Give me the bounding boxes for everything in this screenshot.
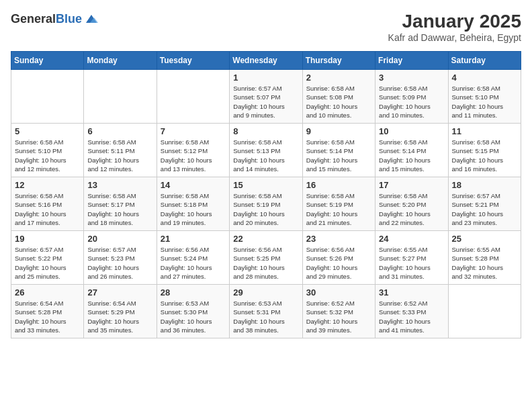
logo-blue: Blue bbox=[56, 12, 82, 26]
calendar-cell: 12Sunrise: 6:58 AM Sunset: 5:16 PM Dayli… bbox=[11, 177, 84, 231]
day-info: Sunrise: 6:58 AM Sunset: 5:16 PM Dayligh… bbox=[15, 191, 80, 227]
calendar-cell: 10Sunrise: 6:58 AM Sunset: 5:14 PM Dayli… bbox=[375, 124, 448, 177]
day-info: Sunrise: 6:52 AM Sunset: 5:32 PM Dayligh… bbox=[306, 299, 371, 334]
day-number: 28 bbox=[161, 287, 226, 298]
calendar-cell: 27Sunrise: 6:54 AM Sunset: 5:29 PM Dayli… bbox=[84, 285, 157, 338]
calendar-table: SundayMondayTuesdayWednesdayThursdayFrid… bbox=[11, 51, 521, 338]
day-number: 26 bbox=[15, 287, 80, 298]
day-number: 2 bbox=[306, 73, 371, 83]
calendar-cell: 15Sunrise: 6:58 AM Sunset: 5:19 PM Dayli… bbox=[230, 177, 302, 231]
day-info: Sunrise: 6:56 AM Sunset: 5:24 PM Dayligh… bbox=[161, 245, 226, 281]
day-number: 30 bbox=[306, 287, 371, 298]
logo: GeneralBlue bbox=[11, 11, 99, 27]
calendar-cell: 14Sunrise: 6:58 AM Sunset: 5:18 PM Dayli… bbox=[157, 177, 229, 231]
day-info: Sunrise: 6:57 AM Sunset: 5:22 PM Dayligh… bbox=[15, 245, 80, 281]
day-number: 5 bbox=[15, 126, 80, 136]
calendar-cell: 20Sunrise: 6:57 AM Sunset: 5:23 PM Dayli… bbox=[84, 231, 157, 285]
day-number: 8 bbox=[233, 126, 298, 136]
calendar-cell: 17Sunrise: 6:58 AM Sunset: 5:20 PM Dayli… bbox=[375, 177, 448, 231]
calendar-cell: 18Sunrise: 6:57 AM Sunset: 5:21 PM Dayli… bbox=[448, 177, 521, 231]
day-info: Sunrise: 6:58 AM Sunset: 5:10 PM Dayligh… bbox=[452, 84, 517, 120]
calendar-cell: 4Sunrise: 6:58 AM Sunset: 5:10 PM Daylig… bbox=[448, 70, 521, 124]
day-number: 29 bbox=[233, 287, 298, 298]
day-info: Sunrise: 6:58 AM Sunset: 5:19 PM Dayligh… bbox=[306, 191, 371, 227]
day-number: 19 bbox=[15, 234, 80, 244]
calendar-cell bbox=[84, 70, 157, 124]
calendar-cell bbox=[157, 70, 229, 124]
day-number: 11 bbox=[452, 126, 517, 136]
day-info: Sunrise: 6:58 AM Sunset: 5:20 PM Dayligh… bbox=[379, 191, 444, 227]
calendar-cell: 24Sunrise: 6:55 AM Sunset: 5:27 PM Dayli… bbox=[375, 231, 448, 285]
calendar-cell: 30Sunrise: 6:52 AM Sunset: 5:32 PM Dayli… bbox=[302, 285, 375, 338]
day-info: Sunrise: 6:58 AM Sunset: 5:17 PM Dayligh… bbox=[87, 191, 152, 227]
day-info: Sunrise: 6:58 AM Sunset: 5:14 PM Dayligh… bbox=[306, 138, 371, 173]
calendar-cell: 22Sunrise: 6:56 AM Sunset: 5:25 PM Dayli… bbox=[230, 231, 302, 285]
day-info: Sunrise: 6:56 AM Sunset: 5:25 PM Dayligh… bbox=[233, 245, 298, 281]
calendar-week-3: 12Sunrise: 6:58 AM Sunset: 5:16 PM Dayli… bbox=[11, 177, 521, 231]
day-info: Sunrise: 6:55 AM Sunset: 5:27 PM Dayligh… bbox=[379, 245, 444, 281]
calendar-cell: 31Sunrise: 6:52 AM Sunset: 5:33 PM Dayli… bbox=[375, 285, 448, 338]
day-info: Sunrise: 6:58 AM Sunset: 5:13 PM Dayligh… bbox=[233, 138, 298, 173]
day-info: Sunrise: 6:58 AM Sunset: 5:09 PM Dayligh… bbox=[379, 84, 444, 120]
day-number: 16 bbox=[306, 180, 371, 190]
day-number: 27 bbox=[87, 287, 152, 298]
calendar-cell: 2Sunrise: 6:58 AM Sunset: 5:08 PM Daylig… bbox=[302, 70, 375, 124]
day-info: Sunrise: 6:54 AM Sunset: 5:29 PM Dayligh… bbox=[87, 299, 152, 334]
day-info: Sunrise: 6:54 AM Sunset: 5:28 PM Dayligh… bbox=[15, 299, 80, 334]
day-number: 7 bbox=[161, 126, 226, 136]
calendar-week-2: 5Sunrise: 6:58 AM Sunset: 5:10 PM Daylig… bbox=[11, 124, 521, 177]
day-info: Sunrise: 6:58 AM Sunset: 5:11 PM Dayligh… bbox=[87, 138, 152, 173]
calendar-cell: 19Sunrise: 6:57 AM Sunset: 5:22 PM Dayli… bbox=[11, 231, 84, 285]
day-number: 10 bbox=[379, 126, 444, 136]
day-number: 20 bbox=[87, 234, 152, 244]
day-number: 31 bbox=[379, 287, 444, 298]
day-header-saturday: Saturday bbox=[448, 52, 521, 70]
logo-general: General bbox=[11, 12, 56, 26]
calendar-cell: 13Sunrise: 6:58 AM Sunset: 5:17 PM Dayli… bbox=[84, 177, 157, 231]
day-number: 22 bbox=[233, 234, 298, 244]
day-header-friday: Friday bbox=[375, 52, 448, 70]
calendar-cell bbox=[448, 285, 521, 338]
calendar-cell: 5Sunrise: 6:58 AM Sunset: 5:10 PM Daylig… bbox=[11, 124, 84, 177]
calendar-cell: 23Sunrise: 6:56 AM Sunset: 5:26 PM Dayli… bbox=[302, 231, 375, 285]
calendar-cell: 3Sunrise: 6:58 AM Sunset: 5:09 PM Daylig… bbox=[375, 70, 448, 124]
day-info: Sunrise: 6:52 AM Sunset: 5:33 PM Dayligh… bbox=[379, 299, 444, 334]
calendar-cell: 28Sunrise: 6:53 AM Sunset: 5:30 PM Dayli… bbox=[157, 285, 229, 338]
day-header-sunday: Sunday bbox=[11, 52, 84, 70]
day-number: 24 bbox=[379, 234, 444, 244]
day-info: Sunrise: 6:58 AM Sunset: 5:19 PM Dayligh… bbox=[233, 191, 298, 227]
calendar-cell: 26Sunrise: 6:54 AM Sunset: 5:28 PM Dayli… bbox=[11, 285, 84, 338]
day-number: 9 bbox=[306, 126, 371, 136]
calendar-header-row: SundayMondayTuesdayWednesdayThursdayFrid… bbox=[11, 52, 521, 70]
day-info: Sunrise: 6:56 AM Sunset: 5:26 PM Dayligh… bbox=[306, 245, 371, 281]
day-number: 23 bbox=[306, 234, 371, 244]
day-info: Sunrise: 6:58 AM Sunset: 5:08 PM Dayligh… bbox=[306, 84, 371, 120]
day-number: 4 bbox=[452, 73, 517, 83]
calendar-cell: 7Sunrise: 6:58 AM Sunset: 5:12 PM Daylig… bbox=[157, 124, 229, 177]
day-info: Sunrise: 6:58 AM Sunset: 5:18 PM Dayligh… bbox=[161, 191, 226, 227]
calendar-cell: 6Sunrise: 6:58 AM Sunset: 5:11 PM Daylig… bbox=[84, 124, 157, 177]
calendar-week-1: 1Sunrise: 6:57 AM Sunset: 5:07 PM Daylig… bbox=[11, 70, 521, 124]
day-number: 12 bbox=[15, 180, 80, 190]
calendar-cell: 8Sunrise: 6:58 AM Sunset: 5:13 PM Daylig… bbox=[230, 124, 302, 177]
title-block: January 2025 Kafr ad Dawwar, Beheira, Eg… bbox=[388, 11, 521, 43]
day-info: Sunrise: 6:57 AM Sunset: 5:07 PM Dayligh… bbox=[233, 84, 298, 120]
day-info: Sunrise: 6:53 AM Sunset: 5:30 PM Dayligh… bbox=[161, 299, 226, 334]
day-info: Sunrise: 6:58 AM Sunset: 5:10 PM Dayligh… bbox=[15, 138, 80, 173]
page-header: GeneralBlue January 2025 Kafr ad Dawwar,… bbox=[11, 11, 521, 43]
day-info: Sunrise: 6:58 AM Sunset: 5:14 PM Dayligh… bbox=[379, 138, 444, 173]
calendar-cell bbox=[11, 70, 84, 124]
day-number: 17 bbox=[379, 180, 444, 190]
day-number: 13 bbox=[87, 180, 152, 190]
calendar-cell: 9Sunrise: 6:58 AM Sunset: 5:14 PM Daylig… bbox=[302, 124, 375, 177]
day-number: 6 bbox=[87, 126, 152, 136]
day-number: 25 bbox=[452, 234, 517, 244]
calendar-cell: 11Sunrise: 6:58 AM Sunset: 5:15 PM Dayli… bbox=[448, 124, 521, 177]
day-info: Sunrise: 6:58 AM Sunset: 5:15 PM Dayligh… bbox=[452, 138, 517, 173]
day-number: 18 bbox=[452, 180, 517, 190]
calendar-cell: 29Sunrise: 6:53 AM Sunset: 5:31 PM Dayli… bbox=[230, 285, 302, 338]
day-number: 15 bbox=[233, 180, 298, 190]
day-number: 14 bbox=[161, 180, 226, 190]
calendar-cell: 25Sunrise: 6:55 AM Sunset: 5:28 PM Dayli… bbox=[448, 231, 521, 285]
day-header-tuesday: Tuesday bbox=[157, 52, 229, 70]
